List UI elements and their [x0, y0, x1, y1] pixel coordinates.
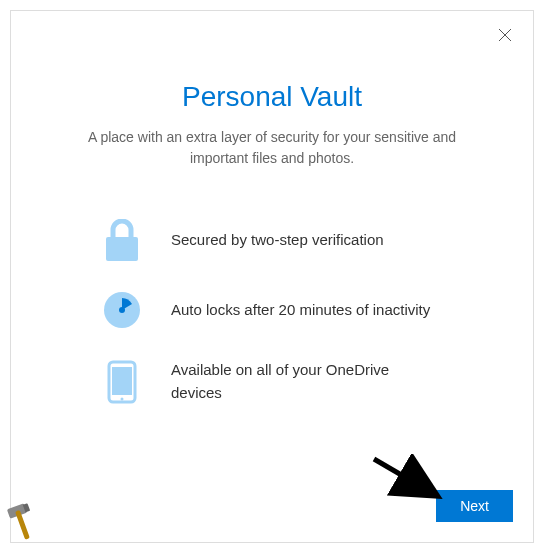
personal-vault-dialog: Personal Vault A place with an extra lay… — [10, 10, 534, 543]
close-button[interactable] — [495, 26, 515, 46]
dialog-title: Personal Vault — [31, 81, 513, 113]
feature-text: Secured by two-step verification — [171, 229, 384, 252]
clock-icon — [101, 289, 143, 331]
feature-text: Auto locks after 20 minutes of inactivit… — [171, 299, 430, 322]
lock-icon — [101, 219, 143, 261]
feature-item: Available on all of your OneDrive device… — [101, 359, 443, 404]
hammer-watermark-icon — [0, 498, 50, 548]
feature-item: Auto locks after 20 minutes of inactivit… — [101, 289, 443, 331]
phone-icon — [101, 361, 143, 403]
svg-point-7 — [121, 397, 124, 400]
svg-rect-9 — [15, 510, 30, 540]
svg-rect-2 — [106, 237, 138, 261]
svg-point-4 — [119, 307, 125, 313]
svg-rect-6 — [112, 367, 132, 395]
feature-item: Secured by two-step verification — [101, 219, 443, 261]
close-icon — [499, 27, 511, 45]
features-list: Secured by two-step verification Auto lo… — [31, 219, 513, 404]
dialog-subtitle: A place with an extra layer of security … — [31, 127, 513, 169]
next-button[interactable]: Next — [436, 490, 513, 522]
feature-text: Available on all of your OneDrive device… — [171, 359, 443, 404]
